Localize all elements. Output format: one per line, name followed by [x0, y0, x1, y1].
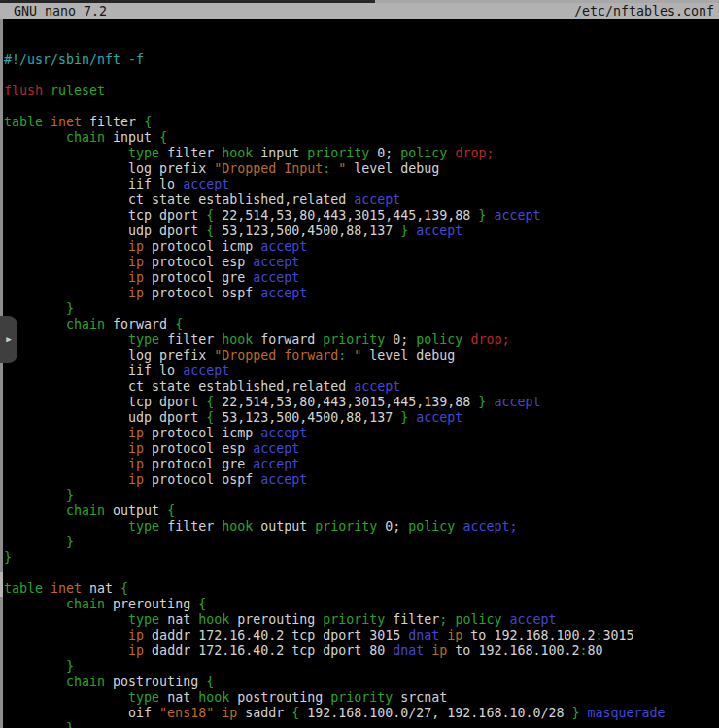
code-line: ip protocol icmp accept [4, 239, 719, 255]
chevron-right-icon: ▶ [6, 335, 11, 344]
nano-titlebar: GNU nano 7.2 /etc/nftables.conf [0, 3, 719, 19]
code-line: iif lo accept [4, 177, 719, 192]
code-line: type nat hook prerouting priority filter… [4, 612, 719, 628]
code-line: chain prerouting { [4, 597, 719, 612]
code-line: tcp dport { 22,514,53,80,443,3015,445,13… [4, 395, 719, 410]
code-line: } [4, 721, 719, 728]
scrollbar-thumb[interactable] [0, 572, 3, 597]
code-line: #!/usr/sbin/nft -f [4, 52, 719, 68]
code-line [4, 566, 719, 581]
code-line: ip protocol icmp accept [4, 426, 719, 441]
code-line: iif lo accept [4, 364, 719, 379]
code-line: } [4, 488, 719, 503]
code-line: type filter hook input priority 0; polic… [4, 146, 719, 161]
code-line: log prefix "Dropped forward: " level deb… [4, 348, 719, 364]
code-line: ip protocol esp accept [4, 441, 719, 457]
code-line [4, 68, 719, 84]
code-line: } [4, 535, 719, 550]
code-line: ip protocol gre accept [4, 270, 719, 286]
code-line: log prefix "Dropped Input: " level debug [4, 161, 719, 177]
code-line: type filter hook forward priority 0; pol… [4, 332, 719, 348]
code-line: ip daddr 172.16.40.2 tcp dport 3015 dnat… [4, 628, 719, 643]
code-line: chain forward { [4, 317, 719, 332]
terminal-window: GNU nano 7.2 /etc/nftables.conf #!/usr/s… [0, 0, 719, 728]
side-panel-expand-handle[interactable]: ▶ [0, 316, 17, 363]
code-line: table inet filter { [4, 115, 719, 130]
code-line [4, 99, 719, 115]
code-line: table inet nat { [4, 581, 719, 597]
code-line: udp dport { 53,123,500,4500,88,137 } acc… [4, 224, 719, 239]
code-line: tcp dport { 22,514,53,80,443,3015,445,13… [4, 208, 719, 224]
code-line: udp dport { 53,123,500,4500,88,137 } acc… [4, 410, 719, 426]
code-line: } [4, 659, 719, 675]
code-line: ip protocol ospf accept [4, 472, 719, 488]
code-line: ct state established,related accept [4, 379, 719, 395]
code-lines: #!/usr/sbin/nft -f flush ruleset table i… [4, 52, 719, 728]
editor-area[interactable]: #!/usr/sbin/nft -f flush ruleset table i… [4, 21, 719, 728]
code-line: oif "ens18" ip saddr { 192.168.100.0/27,… [4, 706, 719, 721]
window-left-edge [0, 19, 3, 728]
code-line: type filter hook output priority 0; poli… [4, 519, 719, 535]
code-line: ct state established,related accept [4, 192, 719, 208]
code-line: type nat hook postrouting priority srcna… [4, 690, 719, 706]
code-line: chain output { [4, 503, 719, 519]
code-line: flush ruleset [4, 84, 719, 99]
code-line: ip protocol gre accept [4, 457, 719, 472]
open-file-path: /etc/nftables.conf [574, 4, 714, 18]
code-line: } [4, 301, 719, 317]
code-line: ip protocol esp accept [4, 255, 719, 270]
code-line: chain input { [4, 130, 719, 146]
code-line: } [4, 550, 719, 566]
nano-version-title: GNU nano 7.2 [5, 4, 107, 18]
code-line: ip protocol ospf accept [4, 286, 719, 301]
code-line: ip daddr 172.16.40.2 tcp dport 80 dnat i… [4, 643, 719, 659]
code-line: chain postrouting { [4, 675, 719, 690]
